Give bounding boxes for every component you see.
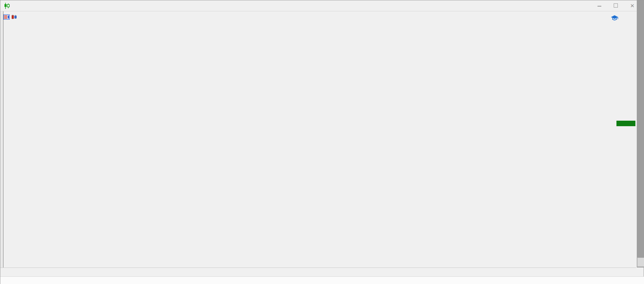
chart-window: ✕ bbox=[0, 0, 644, 284]
chart-tabbar bbox=[0, 267, 636, 277]
trade-table-header bbox=[0, 276, 644, 284]
chart-mode-icon[interactable] bbox=[11, 14, 17, 20]
chart-canvas[interactable] bbox=[0, 0, 644, 284]
depth-of-market-icon[interactable] bbox=[3, 14, 10, 20]
graduation-cap-icon[interactable] bbox=[611, 15, 618, 21]
current-price-badge bbox=[616, 121, 635, 126]
